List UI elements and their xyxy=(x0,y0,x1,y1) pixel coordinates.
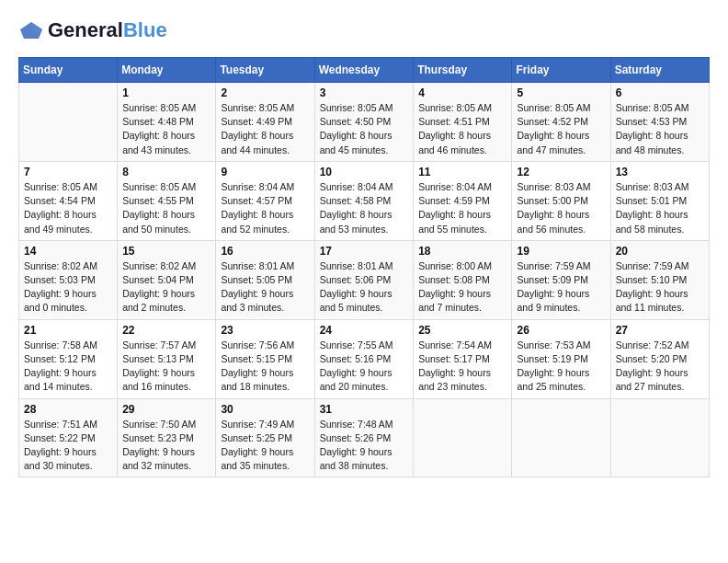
day-info: Sunrise: 8:05 AMSunset: 4:53 PMDaylight:… xyxy=(616,101,704,157)
day-info: Sunrise: 8:04 AMSunset: 4:59 PMDaylight:… xyxy=(418,180,506,236)
day-info: Sunrise: 7:54 AMSunset: 5:17 PMDaylight:… xyxy=(418,339,506,395)
day-cell: 17Sunrise: 8:01 AMSunset: 5:06 PMDayligh… xyxy=(314,240,414,319)
logo: GeneralBlue xyxy=(18,18,167,42)
day-cell xyxy=(414,398,512,477)
day-number: 21 xyxy=(24,324,112,337)
day-info: Sunrise: 8:05 AMSunset: 4:49 PMDaylight:… xyxy=(221,101,309,157)
day-cell: 16Sunrise: 8:01 AMSunset: 5:05 PMDayligh… xyxy=(216,240,314,319)
day-cell: 13Sunrise: 8:03 AMSunset: 5:01 PMDayligh… xyxy=(610,161,709,240)
day-number: 30 xyxy=(221,403,309,416)
calendar-table: SundayMondayTuesdayWednesdayThursdayFrid… xyxy=(18,57,710,477)
day-cell: 15Sunrise: 8:02 AMSunset: 5:04 PMDayligh… xyxy=(118,240,216,319)
day-number: 10 xyxy=(320,166,409,178)
day-info: Sunrise: 8:05 AMSunset: 4:51 PMDaylight:… xyxy=(418,101,506,157)
day-cell: 28Sunrise: 7:51 AMSunset: 5:22 PMDayligh… xyxy=(19,398,118,477)
day-number: 31 xyxy=(320,403,409,416)
header-sunday: Sunday xyxy=(19,58,118,83)
day-number: 3 xyxy=(320,86,409,99)
day-info: Sunrise: 7:58 AMSunset: 5:12 PMDaylight:… xyxy=(24,339,112,395)
day-number: 2 xyxy=(221,86,309,99)
day-info: Sunrise: 8:03 AMSunset: 5:01 PMDaylight:… xyxy=(616,180,704,236)
day-cell: 19Sunrise: 7:59 AMSunset: 5:09 PMDayligh… xyxy=(512,240,610,319)
day-number: 14 xyxy=(24,245,112,258)
day-number: 18 xyxy=(418,245,506,258)
day-info: Sunrise: 8:01 AMSunset: 5:05 PMDaylight:… xyxy=(221,259,309,316)
day-info: Sunrise: 7:49 AMSunset: 5:25 PMDaylight:… xyxy=(221,418,309,474)
day-number: 6 xyxy=(616,86,704,99)
day-number: 9 xyxy=(221,166,309,178)
day-cell: 18Sunrise: 8:00 AMSunset: 5:08 PMDayligh… xyxy=(414,240,512,319)
day-cell: 2Sunrise: 8:05 AMSunset: 4:49 PMDaylight… xyxy=(216,83,314,162)
day-info: Sunrise: 7:53 AMSunset: 5:19 PMDaylight:… xyxy=(517,339,605,395)
day-info: Sunrise: 7:59 AMSunset: 5:09 PMDaylight:… xyxy=(517,259,605,316)
day-cell: 31Sunrise: 7:48 AMSunset: 5:26 PMDayligh… xyxy=(314,398,414,477)
day-info: Sunrise: 8:05 AMSunset: 4:54 PMDaylight:… xyxy=(24,180,112,236)
day-info: Sunrise: 8:05 AMSunset: 4:48 PMDaylight:… xyxy=(122,101,210,157)
day-info: Sunrise: 8:00 AMSunset: 5:08 PMDaylight:… xyxy=(418,259,506,316)
day-cell: 23Sunrise: 7:56 AMSunset: 5:15 PMDayligh… xyxy=(216,319,314,398)
day-cell: 4Sunrise: 8:05 AMSunset: 4:51 PMDaylight… xyxy=(414,83,512,162)
day-number: 27 xyxy=(616,324,704,337)
day-cell: 14Sunrise: 8:02 AMSunset: 5:03 PMDayligh… xyxy=(19,240,118,319)
day-number: 20 xyxy=(616,245,704,258)
header-friday: Friday xyxy=(512,58,610,83)
day-cell: 27Sunrise: 7:52 AMSunset: 5:20 PMDayligh… xyxy=(610,319,709,398)
header-saturday: Saturday xyxy=(610,58,709,83)
header-thursday: Thursday xyxy=(414,58,512,83)
day-info: Sunrise: 7:57 AMSunset: 5:13 PMDaylight:… xyxy=(122,339,210,395)
week-row-5: 28Sunrise: 7:51 AMSunset: 5:22 PMDayligh… xyxy=(19,398,710,477)
day-cell: 1Sunrise: 8:05 AMSunset: 4:48 PMDaylight… xyxy=(118,83,216,162)
day-cell: 20Sunrise: 7:59 AMSunset: 5:10 PMDayligh… xyxy=(610,240,709,319)
day-number: 7 xyxy=(24,166,112,178)
week-row-4: 21Sunrise: 7:58 AMSunset: 5:12 PMDayligh… xyxy=(19,319,710,398)
day-info: Sunrise: 8:02 AMSunset: 5:03 PMDaylight:… xyxy=(24,259,112,316)
day-info: Sunrise: 7:51 AMSunset: 5:22 PMDaylight:… xyxy=(24,418,112,474)
day-number: 25 xyxy=(418,324,506,337)
page-header: GeneralBlue xyxy=(18,18,710,42)
day-cell: 26Sunrise: 7:53 AMSunset: 5:19 PMDayligh… xyxy=(512,319,610,398)
day-info: Sunrise: 8:05 AMSunset: 4:50 PMDaylight:… xyxy=(320,101,409,157)
day-cell: 11Sunrise: 8:04 AMSunset: 4:59 PMDayligh… xyxy=(414,161,512,240)
day-cell: 7Sunrise: 8:05 AMSunset: 4:54 PMDaylight… xyxy=(19,161,118,240)
logo-icon xyxy=(18,20,44,40)
day-number: 4 xyxy=(418,86,506,99)
day-info: Sunrise: 7:52 AMSunset: 5:20 PMDaylight:… xyxy=(616,339,704,395)
day-info: Sunrise: 7:50 AMSunset: 5:23 PMDaylight:… xyxy=(122,418,210,474)
day-number: 13 xyxy=(616,166,704,178)
logo-text: GeneralBlue xyxy=(48,18,167,42)
day-number: 12 xyxy=(517,166,605,178)
day-number: 19 xyxy=(517,245,605,258)
day-number: 28 xyxy=(24,403,112,416)
week-row-3: 14Sunrise: 8:02 AMSunset: 5:03 PMDayligh… xyxy=(19,240,710,319)
day-cell: 9Sunrise: 8:04 AMSunset: 4:57 PMDaylight… xyxy=(216,161,314,240)
day-cell: 29Sunrise: 7:50 AMSunset: 5:23 PMDayligh… xyxy=(118,398,216,477)
day-cell: 25Sunrise: 7:54 AMSunset: 5:17 PMDayligh… xyxy=(414,319,512,398)
day-cell: 21Sunrise: 7:58 AMSunset: 5:12 PMDayligh… xyxy=(19,319,118,398)
day-number: 11 xyxy=(418,166,506,178)
day-number: 8 xyxy=(122,166,210,178)
day-cell xyxy=(19,83,118,162)
day-info: Sunrise: 8:05 AMSunset: 4:52 PMDaylight:… xyxy=(517,101,605,157)
day-cell: 12Sunrise: 8:03 AMSunset: 5:00 PMDayligh… xyxy=(512,161,610,240)
day-number: 16 xyxy=(221,245,309,258)
day-number: 5 xyxy=(517,86,605,99)
day-cell: 8Sunrise: 8:05 AMSunset: 4:55 PMDaylight… xyxy=(118,161,216,240)
day-number: 23 xyxy=(221,324,309,337)
header-tuesday: Tuesday xyxy=(216,58,314,83)
day-cell xyxy=(512,398,610,477)
day-info: Sunrise: 7:48 AMSunset: 5:26 PMDaylight:… xyxy=(320,418,409,474)
day-cell: 5Sunrise: 8:05 AMSunset: 4:52 PMDaylight… xyxy=(512,83,610,162)
week-row-2: 7Sunrise: 8:05 AMSunset: 4:54 PMDaylight… xyxy=(19,161,710,240)
day-number: 26 xyxy=(517,324,605,337)
day-info: Sunrise: 8:02 AMSunset: 5:04 PMDaylight:… xyxy=(122,259,210,316)
header-wednesday: Wednesday xyxy=(314,58,414,83)
day-number: 17 xyxy=(320,245,409,258)
day-info: Sunrise: 8:03 AMSunset: 5:00 PMDaylight:… xyxy=(517,180,605,236)
day-number: 29 xyxy=(122,403,210,416)
day-cell: 22Sunrise: 7:57 AMSunset: 5:13 PMDayligh… xyxy=(118,319,216,398)
day-info: Sunrise: 7:59 AMSunset: 5:10 PMDaylight:… xyxy=(616,259,704,316)
day-cell: 3Sunrise: 8:05 AMSunset: 4:50 PMDaylight… xyxy=(314,83,414,162)
day-number: 24 xyxy=(320,324,409,337)
day-info: Sunrise: 8:05 AMSunset: 4:55 PMDaylight:… xyxy=(122,180,210,236)
day-cell: 10Sunrise: 8:04 AMSunset: 4:58 PMDayligh… xyxy=(314,161,414,240)
